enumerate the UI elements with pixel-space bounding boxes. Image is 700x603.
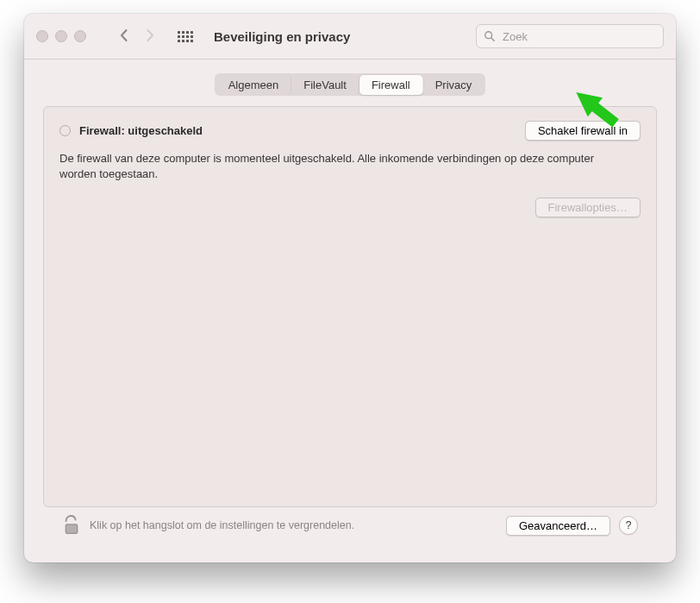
zoom-window-button[interactable]: [74, 30, 86, 42]
search-icon: [484, 30, 496, 42]
svg-rect-4: [66, 525, 77, 533]
system-preferences-window: Beveiliging en privacy Algemeen FileVaul…: [24, 14, 676, 562]
tabs-row: Algemeen FileVault Firewall Privacy: [24, 60, 676, 106]
firewall-status-row: Firewall: uitgeschakeld Schakel firewall…: [59, 121, 641, 141]
status-indicator-off-icon: [59, 125, 71, 136]
search-field[interactable]: [476, 24, 664, 48]
tab-firewall[interactable]: Firewall: [359, 75, 423, 95]
close-window-button[interactable]: [36, 30, 48, 42]
window-controls: [36, 30, 86, 42]
minimize-window-button[interactable]: [55, 30, 67, 42]
tab-algemeen[interactable]: Algemeen: [216, 75, 292, 95]
tab-filevault[interactable]: FileVault: [291, 75, 359, 95]
footer: Klik op het hangslot om de instellingen …: [43, 507, 657, 550]
back-button[interactable]: [116, 28, 133, 45]
firewall-panel: Firewall: uitgeschakeld Schakel firewall…: [43, 106, 657, 507]
page-title: Beveiliging en privacy: [214, 29, 350, 44]
toolbar: Beveiliging en privacy: [24, 14, 676, 59]
firewall-status-label: Firewall: uitgeschakeld: [79, 124, 203, 137]
search-input[interactable]: [501, 29, 656, 44]
enable-firewall-button[interactable]: Schakel firewall in: [525, 121, 641, 141]
panel-wrap: Firewall: uitgeschakeld Schakel firewall…: [24, 106, 676, 562]
show-all-icon[interactable]: [174, 28, 197, 46]
tab-segmented-control: Algemeen FileVault Firewall Privacy: [215, 73, 485, 96]
svg-line-1: [491, 38, 494, 41]
firewall-options-button: Firewallopties…: [535, 198, 641, 217]
tab-privacy[interactable]: Privacy: [423, 75, 484, 95]
lock-open-icon[interactable]: [62, 514, 81, 537]
forward-button[interactable]: [141, 28, 159, 45]
firewall-description: De firewall van deze computer is momente…: [59, 151, 594, 182]
help-button[interactable]: ?: [619, 516, 638, 535]
advanced-button[interactable]: Geavanceerd…: [506, 516, 610, 536]
lock-hint-text: Klik op het hangslot om de instellingen …: [90, 519, 354, 531]
